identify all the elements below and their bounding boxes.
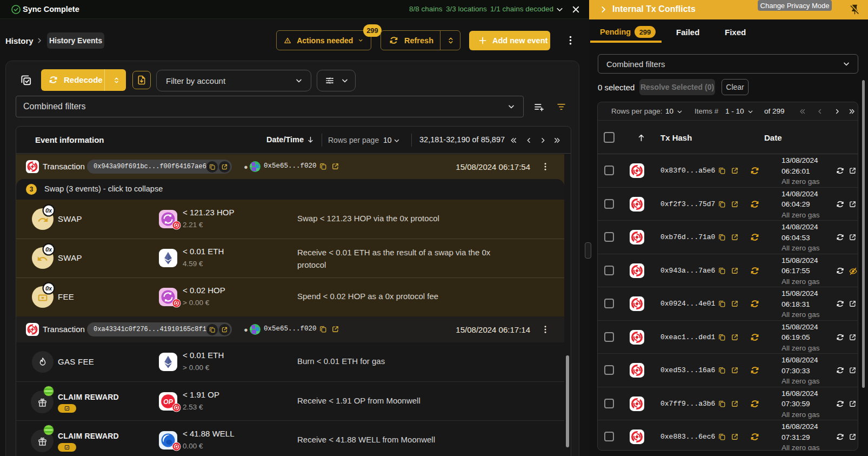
svg-text:0x: 0x	[45, 246, 52, 253]
svg-text:0x: 0x	[45, 207, 52, 214]
svg-text:0x: 0x	[45, 285, 52, 292]
